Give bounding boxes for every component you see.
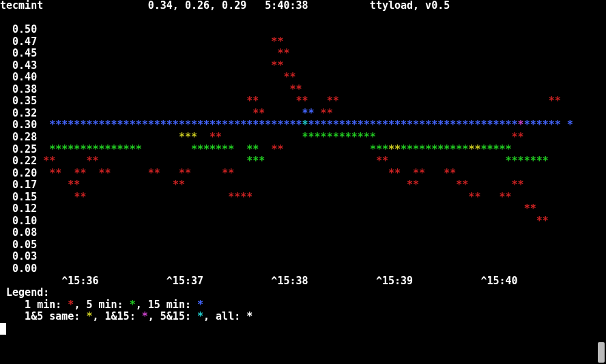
y-tick: 0.43 bbox=[0, 59, 43, 72]
plot-point: ** bbox=[512, 179, 524, 191]
plot-point: ** bbox=[376, 155, 388, 167]
y-tick: 0.20 bbox=[0, 167, 43, 179]
plot-point: ** bbox=[289, 83, 302, 95]
plot-point: *********** bbox=[401, 143, 468, 155]
plot-point: * bbox=[567, 119, 573, 131]
plot-point: ** bbox=[444, 167, 456, 179]
plot-point: *************** bbox=[49, 143, 141, 155]
plot-point: ** bbox=[283, 71, 295, 83]
y-tick: 0.03 bbox=[0, 250, 43, 262]
y-tick: 0.50 bbox=[0, 23, 43, 35]
plot-point: ** bbox=[74, 167, 86, 179]
plot-point: ** bbox=[456, 179, 468, 191]
plot-point: ** bbox=[99, 167, 111, 179]
plot-point: ** bbox=[49, 167, 61, 179]
terminal-cursor bbox=[0, 323, 6, 335]
plot-point: ** bbox=[277, 47, 289, 59]
plot-point: ** bbox=[549, 95, 561, 107]
plot-point: ** bbox=[388, 143, 401, 155]
y-tick: 0.12 bbox=[0, 202, 43, 215]
plot-point: ** bbox=[173, 179, 185, 191]
plot-point: ****** bbox=[524, 119, 561, 131]
plot-point: ******* bbox=[191, 143, 234, 155]
plot-point: ** bbox=[302, 107, 315, 119]
ttyload-terminal: tecmint 0.34, 0.26, 0.29 5:40:38 ttyload… bbox=[0, 0, 606, 335]
plot-point: ** bbox=[271, 143, 283, 155]
plot-point: ** bbox=[179, 167, 191, 179]
plot-point: ** bbox=[512, 131, 524, 143]
header-line: tecmint 0.34, 0.26, 0.29 5:40:38 ttyload… bbox=[0, 0, 450, 12]
plot-point: ** bbox=[407, 179, 419, 191]
plot-point: ** bbox=[327, 95, 339, 107]
plot-point: ********************************** bbox=[308, 119, 518, 131]
plot-point: ** bbox=[295, 95, 308, 107]
y-tick: 0.32 bbox=[0, 107, 43, 119]
plot-point: ** bbox=[321, 107, 333, 119]
y-tick: 0.17 bbox=[0, 179, 43, 191]
terminal-scrollbar[interactable] bbox=[596, 0, 606, 364]
plot-point: ** bbox=[388, 167, 401, 179]
y-tick: 0.05 bbox=[0, 239, 43, 251]
plot-point: ***** bbox=[480, 143, 511, 155]
y-tick: 0.15 bbox=[0, 191, 43, 203]
legend-title: Legend: bbox=[6, 286, 49, 299]
y-tick: 0.47 bbox=[0, 35, 43, 48]
plot-point: *** bbox=[179, 131, 197, 143]
plot-point: ** bbox=[413, 167, 425, 179]
plot-point: ** bbox=[222, 167, 234, 179]
plot-point: ** bbox=[68, 179, 80, 191]
plot-point: ** bbox=[536, 215, 549, 227]
plot-point: ** bbox=[252, 107, 265, 119]
y-tick: 0.25 bbox=[0, 143, 43, 155]
x-axis: ^15:36 ^15:37 ^15:38 ^15:39 ^15:40 bbox=[0, 275, 518, 287]
y-tick: 0.38 bbox=[0, 83, 43, 95]
y-tick: 0.40 bbox=[0, 71, 43, 83]
y-tick: 0.28 bbox=[0, 131, 43, 143]
plot-point: ** bbox=[271, 35, 283, 48]
y-tick: 0.22 bbox=[0, 155, 43, 167]
plot-point: ** bbox=[74, 191, 86, 203]
plot-point: *** bbox=[246, 155, 265, 167]
plot-point: ** bbox=[43, 155, 55, 167]
plot-point: ** bbox=[246, 95, 259, 107]
plot-point: ** bbox=[500, 191, 512, 203]
plot-point: ******* bbox=[506, 155, 549, 167]
y-tick: 0.30 bbox=[0, 119, 43, 131]
y-tick: 0.08 bbox=[0, 226, 43, 239]
plot-point: ** bbox=[524, 202, 536, 215]
y-tick: 0.45 bbox=[0, 47, 43, 59]
plot-point: * bbox=[518, 119, 524, 131]
plot-point: * bbox=[302, 119, 308, 131]
y-tick: 0.00 bbox=[0, 262, 43, 275]
y-tick: 0.10 bbox=[0, 215, 43, 227]
plot-point: *** bbox=[370, 143, 388, 155]
plot-point: ************ bbox=[302, 131, 376, 143]
scrollbar-thumb[interactable] bbox=[598, 342, 605, 363]
plot-point: ** bbox=[271, 59, 283, 72]
plot-point: ** bbox=[246, 143, 259, 155]
plot-point: ** bbox=[148, 167, 160, 179]
y-tick: 0.35 bbox=[0, 95, 43, 107]
plot-point: **** bbox=[228, 191, 252, 203]
plot-point: ** bbox=[468, 143, 480, 155]
plot-point: ** bbox=[468, 191, 480, 203]
plot-point: ** bbox=[210, 131, 222, 143]
plot-point: ** bbox=[86, 155, 98, 167]
plot-point: ****************************************… bbox=[49, 119, 302, 131]
